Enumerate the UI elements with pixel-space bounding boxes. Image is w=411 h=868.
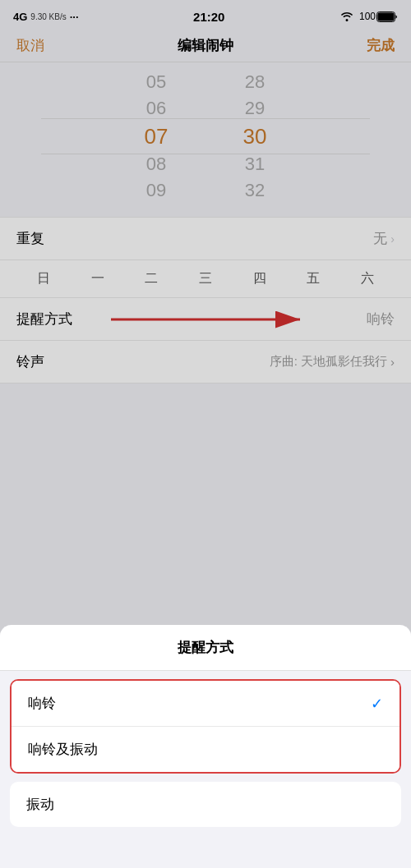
modal-option-vibrate[interactable]: 振动 (10, 782, 401, 827)
modal-options-group: 响铃 ✓ 响铃及振动 (10, 679, 401, 774)
modal-title: 提醒方式 (0, 625, 411, 671)
modal-option-ring-label: 响铃 (28, 694, 56, 713)
modal-overlay[interactable]: 提醒方式 响铃 ✓ 响铃及振动 振动 (0, 0, 411, 868)
modal-sheet: 提醒方式 响铃 ✓ 响铃及振动 振动 (0, 625, 411, 868)
modal-option-ring-vibrate-label: 响铃及振动 (28, 740, 98, 759)
modal-option-ring-vibrate[interactable]: 响铃及振动 (12, 727, 399, 772)
modal-option-ring[interactable]: 响铃 ✓ (12, 681, 399, 727)
checkmark-icon: ✓ (371, 695, 383, 713)
modal-bottom-spacer (0, 835, 411, 868)
modal-option-vibrate-label: 振动 (26, 795, 54, 814)
